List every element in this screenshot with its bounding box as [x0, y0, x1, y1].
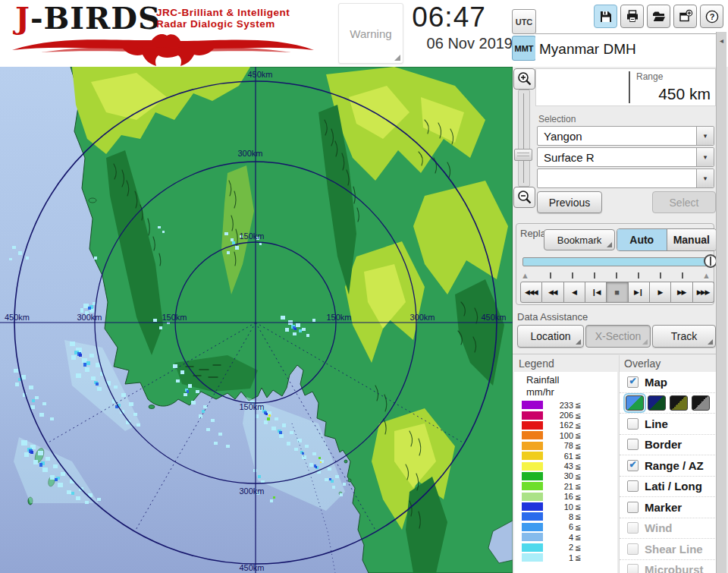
legend-body: Rainfall mm/hr 233≦ 206≦ 162≦ 100≦ 78≦ 6… [514, 372, 617, 573]
map-style-swatch-4[interactable] [692, 395, 710, 411]
location-button[interactable]: Location [517, 325, 584, 348]
replay-slider-ticks: ▲ ▲ [519, 269, 712, 282]
map-style-swatch-3[interactable] [670, 395, 688, 411]
toolbar: ? [594, 5, 723, 28]
legend-row: 8≦ [514, 512, 617, 521]
print-button[interactable] [620, 5, 644, 28]
track-button[interactable]: Track [652, 325, 716, 348]
zoom-control [513, 67, 535, 223]
checkbox-map[interactable]: ✔ [627, 376, 639, 388]
legend-row: 100≦ [514, 430, 617, 440]
open-folder-button[interactable] [647, 5, 670, 28]
replay-slider-track[interactable] [522, 257, 709, 266]
chevron-down-icon[interactable]: ▾ [696, 127, 714, 145]
overlay-row-map[interactable]: ✔ Map [620, 372, 717, 392]
zoom-in-icon [516, 71, 533, 87]
legend-row: 10≦ [514, 502, 617, 512]
chevron-down-icon[interactable]: ▾ [696, 169, 714, 187]
map-style-row [620, 392, 717, 414]
slider-start-marker[interactable]: ▲ [521, 271, 529, 280]
legend-row: 1≦ [514, 553, 617, 562]
checkbox-microburst[interactable]: ✔ [627, 564, 639, 573]
panel-scrollbar[interactable]: ◂ [716, 32, 726, 573]
x-section-button[interactable]: X-Section [585, 325, 651, 348]
play-button[interactable]: ▶ [650, 282, 671, 303]
checkbox-shear-line[interactable]: ✔ [627, 543, 639, 555]
legend-row: 4≦ [514, 532, 617, 542]
overlay-row-wind[interactable]: ✔ Wind [620, 518, 717, 539]
range-ring-label: 150km [326, 313, 351, 322]
legend-swatch [522, 421, 543, 430]
map-style-swatch-1[interactable] [626, 395, 644, 411]
divider [535, 33, 716, 34]
help-button[interactable]: ? [700, 5, 723, 28]
slider-end-marker[interactable]: ▲ [702, 271, 711, 280]
overlay-row-border[interactable]: ✔ Border [620, 434, 717, 455]
zoom-in-button[interactable] [513, 68, 535, 90]
logo-subtitle: JRC-Brilliant & Intelligent Radar Dialog… [156, 7, 290, 30]
checkbox-wind[interactable]: ✔ [627, 522, 639, 534]
jump-start-button[interactable]: ◀◀◀ [520, 282, 542, 303]
legend-row: 206≦ [514, 410, 617, 420]
step-back-button[interactable]: ❙◀ [585, 282, 607, 303]
mmt-toggle-button[interactable]: MMT [512, 36, 536, 61]
range-display: Range 450 km [535, 68, 716, 106]
tick [550, 272, 551, 279]
zoom-slider-handle[interactable] [514, 149, 532, 161]
range-ring-label: 150km [239, 402, 264, 411]
option-dropdown[interactable]: ▾ [537, 168, 714, 188]
legend-swatch [522, 493, 543, 501]
legend-swatch [522, 523, 543, 531]
print-icon [625, 9, 640, 24]
bookmark-button[interactable]: Bookmark [544, 229, 615, 250]
legend-swatch [522, 533, 543, 541]
play-reverse-button[interactable]: ◀ [564, 282, 585, 303]
overlay-row-line[interactable]: ✔ Line [620, 413, 717, 434]
checkbox-lati-long[interactable]: ✔ [627, 480, 639, 492]
jump-end-button[interactable]: ▶▶▶ [693, 282, 714, 303]
zoom-slider-track[interactable] [518, 90, 530, 187]
overlay-row-range-az[interactable]: ✔ Range / AZ [620, 455, 717, 476]
tick [660, 272, 661, 279]
range-ring-label: 150km [162, 313, 187, 322]
legend-swatch [522, 462, 543, 471]
new-window-button[interactable] [673, 5, 697, 28]
zoom-out-button[interactable] [513, 187, 535, 208]
legend-swatch [522, 411, 543, 420]
legend-row: 61≦ [514, 451, 617, 461]
tick [638, 272, 639, 279]
site-dropdown[interactable]: Yangon ▾ [537, 126, 714, 146]
product-dropdown[interactable]: Surface R ▾ [537, 147, 714, 167]
range-label: Range [636, 71, 663, 82]
checkbox-border[interactable]: ✔ [627, 439, 639, 450]
tick [616, 272, 617, 279]
svg-text:?: ? [709, 12, 714, 21]
stop-button[interactable]: ■ [607, 282, 628, 303]
legend-swatch [522, 472, 543, 480]
save-button[interactable] [594, 5, 617, 28]
chevron-down-icon[interactable]: ▾ [696, 148, 714, 166]
step-forward-button[interactable]: ▶❙ [629, 282, 650, 303]
auto-button[interactable]: Auto [617, 229, 667, 250]
legend-row: 233≦ [514, 400, 617, 410]
tick [594, 272, 595, 279]
manual-button[interactable]: Manual [667, 229, 717, 250]
data-assistance-label: Data Assistance [517, 311, 588, 323]
fast-rewind-button[interactable]: ◀◀ [542, 282, 563, 303]
radar-map[interactable]: 450km 300km 150km 150km 300km 450km 450k… [0, 67, 513, 573]
fast-forward-button[interactable]: ▶▶ [671, 282, 692, 303]
checkbox-marker[interactable]: ✔ [627, 502, 639, 513]
map-style-swatch-2[interactable] [648, 395, 666, 411]
select-button[interactable]: Select [652, 191, 716, 213]
utc-toggle-button[interactable]: UTC [512, 9, 536, 34]
checkbox-range-az[interactable]: ✔ [627, 460, 639, 471]
overlay-row-shear-line[interactable]: ✔ Shear Line [620, 538, 717, 559]
checkbox-line[interactable]: ✔ [627, 418, 639, 430]
overlay-row-microburst[interactable]: ✔ Microburst [620, 559, 717, 573]
collapse-left-icon[interactable]: ◂ [717, 36, 726, 45]
previous-button[interactable]: Previous [537, 191, 602, 213]
new-window-icon [678, 9, 693, 24]
range-ring-label: 450km [247, 70, 272, 79]
overlay-row-marker[interactable]: ✔ Marker [620, 496, 717, 518]
overlay-row-lati-long[interactable]: ✔ Lati / Long [620, 476, 717, 497]
